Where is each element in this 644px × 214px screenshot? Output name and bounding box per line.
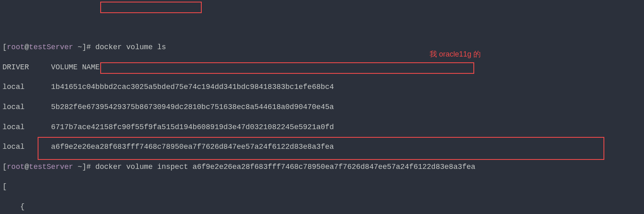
prompt-user: root [7, 163, 25, 171]
at-sign: @ [25, 163, 29, 171]
at-sign: @ [25, 43, 29, 51]
json-line-1: [ [2, 182, 642, 191]
highlight-box-cmd1 [100, 2, 202, 13]
volume-row-1: local 5b282f6e67395429375b86730949dc2810… [2, 102, 642, 112]
vol-name: 5b282f6e67395429375b86730949dc2810bc7516… [51, 103, 334, 111]
vol-driver: local [2, 143, 25, 151]
json-line-2: { [2, 202, 642, 212]
bracket-close: ] [82, 163, 87, 171]
prompt-hash: # [86, 43, 91, 51]
volume-row-3: local a6f9e2e26ea28f683fff7468c78950ea7f… [2, 142, 642, 152]
prompt-line-2: [root@testServer ~]# docker volume inspe… [2, 162, 642, 172]
bracket-open: [ [2, 163, 7, 171]
header-driver: DRIVER [2, 63, 29, 71]
vol-driver: local [2, 103, 25, 111]
vol-driver: local [2, 123, 25, 131]
annotation-text: 我 oracle11g 的 [430, 49, 481, 59]
vol-name: a6f9e2e26ea28f683fff7468c78950ea7f7626d8… [51, 143, 334, 151]
space [73, 163, 78, 171]
volume-row-0: local 1b41651c04bbbd2cac3025a5bded75e74c… [2, 82, 642, 92]
volume-row-2: local 6717b7ace42158fc90f55f9fa515d194b6… [2, 122, 642, 132]
prompt-path: ~ [78, 43, 82, 51]
table-header: DRIVER VOLUME NAME [2, 62, 642, 72]
prompt-host: testServer [29, 163, 73, 171]
prompt-line-1: [root@testServer ~]# docker volume ls [2, 42, 642, 52]
header-volname: VOLUME NAME [51, 63, 100, 71]
command-2: docker volume inspect a6f9e2e26ea28f683f… [95, 163, 475, 171]
bracket-open: [ [2, 43, 7, 51]
vol-name: 1b41651c04bbbd2cac3025a5bded75e74c194dd3… [51, 83, 334, 91]
prompt-hash: # [86, 163, 91, 171]
prompt-user: root [7, 43, 25, 51]
vol-name: 6717b7ace42158fc90f55f9fa515d194b608919d… [51, 123, 334, 131]
prompt-host: testServer [29, 43, 73, 51]
bracket-close: ] [82, 43, 87, 51]
prompt-path: ~ [78, 163, 82, 171]
vol-driver: local [2, 83, 25, 91]
space [73, 43, 78, 51]
command-1: docker volume ls [95, 43, 166, 51]
